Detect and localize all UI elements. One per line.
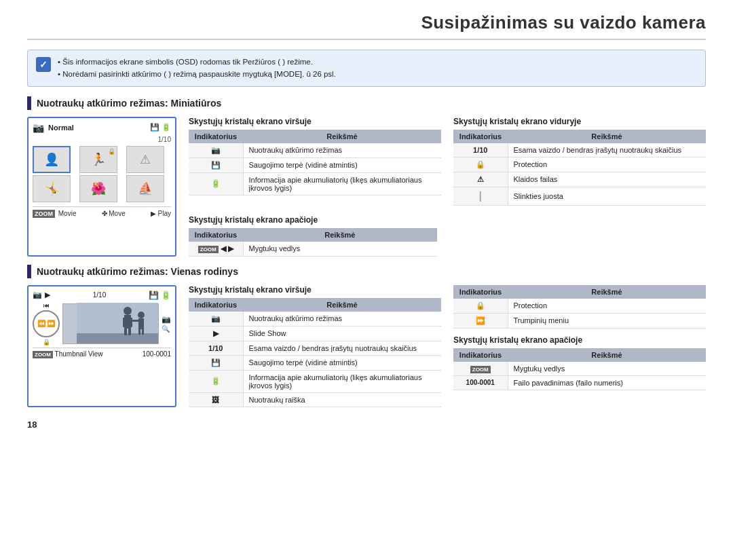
indicator-cell: | [453,187,508,205]
indicator-cell: 💾 [189,157,243,172]
meaning-cell: Protection [508,157,706,172]
table-row: 🔒 Protection [453,299,706,314]
table-row: 100-0001 Failo pavadinimas (failo numeri… [453,375,706,390]
indicator-cell: ▶ [189,326,243,341]
svg-rect-11 [138,329,140,335]
movie-label: Movie [58,210,77,217]
camera-preview-single: 📷 ▶ 1/10 💾 🔋 ⏮ ⏪ ⏩ 🔒 [27,285,176,407]
table-row: 📷 Nuotraukų atkūrimo režimas [189,143,441,158]
thumbnail-grid: 👤 🔒 🏃 ⚠ 🤸 🌺 ⛵ [33,146,171,202]
play-icon: ▶ [151,210,156,217]
section1-top-tables: Skystųjų kristalų ekrano viršuje Indikat… [189,117,706,206]
person-icon: 👤 [44,152,59,167]
table5: Indikatorius Reikšmė 🔒 Protection ⏩ [453,285,706,329]
meaning-cell: Nuotraukų raiška [243,392,441,407]
section2-title: Nuotraukų atkūrimo režimas: Vienas rodin… [27,265,706,278]
indicator-cell: 🖼 [189,392,243,407]
thumb-1: 👤 [33,146,71,173]
section1-bottom-table-wrap: Skystųjų kristalų ekrano apačioje Indika… [189,215,437,257]
shortcut-icon: ⏩ [476,316,485,324]
line-indicator-icon: | [479,190,482,202]
photo-mode-icon: 📷 [211,146,221,154]
play-ring: ⏪ ⏩ [33,310,60,337]
indicator-cell: 1/10 [453,143,508,157]
slideshow-icon: ▶ [213,329,219,337]
lock2-icon: 🔒 [476,301,485,310]
indicator-cell: 🔒 [453,157,508,172]
table3: Indikatorius Reikšmė ZOOM ◀ ▶ Mygtukų ve… [189,228,437,257]
thumb-view-label: Thumbnail View [55,350,103,358]
section1-table-top-right: Skystųjų kristalų ekrano viduryje Indika… [453,117,706,206]
meaning-cell: Mygtukų vedlys [243,242,437,257]
table6: Indikatorius Reikšmė ZOOM Mygtukų vedlys [453,348,706,390]
th-rei-3: Reikšmė [243,228,437,242]
table4: Indikatorius Reikšmė 📷 Nuotraukų atkūrim… [189,298,441,407]
single-image [62,303,159,344]
table-row: ⏩ Trumpinių meniu [453,313,706,328]
section2-top-tables: Skystųjų kristalų ekrano viršuje Indikat… [189,285,706,407]
table-row: ZOOM Mygtukų vedlys [453,362,706,376]
rewind-icon: ⏮ [43,302,50,309]
memory2-icon: 💾 [211,358,221,367]
meaning-cell: Klaidos failas [508,172,706,187]
section2-label: Nuotraukų atkūrimo režimas: Vienas rodin… [37,266,238,277]
meaning-cell: Mygtukų vedlys [508,362,706,376]
info-text: • Šis informacijos ekrane simbolis (OSD)… [58,56,336,81]
indicator-cell: ⏩ [453,313,508,328]
move-label-wrap: ✤ Move [102,210,126,217]
info-icon: ✓ [36,57,51,72]
normal-label: Normal [48,124,74,132]
info-line-2: • Norėdami pasirinkti atkūrimo ( ) režim… [58,68,336,80]
svg-point-2 [124,307,132,315]
preview-top: 📷 Normal 💾 🔋 [33,122,171,133]
section1-title: Nuotraukų atkūrimo režimas: Miniatiūros [27,96,706,110]
indicator-cell: ZOOM [453,362,508,376]
info-line-1: • Šis informacijos ekrane simbolis (OSD)… [58,56,336,68]
th-ind-4: Indikatorius [189,298,243,312]
file-number: 100-0001 [143,350,171,358]
person3-icon: 🤸 [44,181,59,196]
indicator-cell: ZOOM ◀ ▶ [189,242,243,257]
flower-icon: 🌺 [91,181,106,196]
section1-label: Nuotraukų atkūrimo režimas: Miniatiūros [37,98,221,109]
photo-mode2-icon: 📷 [211,314,221,322]
section1-tables: Skystųjų kristalų ekrano viršuje Indikat… [189,117,706,257]
section2-content: 📷 ▶ 1/10 💾 🔋 ⏮ ⏪ ⏩ 🔒 [27,285,706,407]
camera-icon: 📷 [33,122,44,133]
svg-point-8 [138,312,145,318]
photo-icon: 📷 [33,291,42,299]
svg-rect-7 [128,329,131,335]
meaning-cell: Saugojimo terpė (vidinė atmintis) [243,157,441,172]
single-bottom: ZOOM Thumbnail View 100-0001 [33,348,171,358]
zoom-badge: ZOOM [33,210,55,218]
th-rei-5: Reikšmė [508,285,706,299]
meaning-cell: Slide Show [243,326,441,341]
table1: Indikatorius Reikšmė 📷 Nuotraukų atkūrim… [189,130,441,195]
th-ind-1: Indikatorius [189,130,243,143]
meaning-cell: Failo pavadinimas (failo numeris) [508,375,706,390]
table2-subtitle: Skystųjų kristalų ekrano viduryje [453,117,706,126]
info-box: ✓ • Šis informacijos ekrane simbolis (OS… [27,50,706,87]
section2-tables-right: Indikatorius Reikšmė 🔒 Protection ⏩ [453,285,706,407]
resolution-ind-icon: 🖼 [212,396,219,404]
boat-icon: ⛵ [138,181,153,196]
table-row: 1/10 Esama vaizdo / bendras įrašytų nuot… [189,341,441,355]
preview-counter: 1/10 [33,136,171,143]
indicator-cell: ⚠ [453,172,508,187]
meaning-cell: Esama vaizdo / bendras įrašytų nuotraukų… [243,341,441,355]
section1-bar [27,96,31,110]
section2-bar [27,265,31,278]
meaning-cell: Nuotraukų atkūrimo režimas [243,143,441,158]
svg-rect-5 [128,318,132,327]
zoom-in-icon: 🔍 [162,325,171,333]
svg-rect-6 [124,329,127,335]
thumb-6: ⛵ [126,175,164,202]
indicator-cell: 🔒 [453,299,508,314]
table-row: 📷 Nuotraukų atkūrimo režimas [189,312,441,326]
thumb-5: 🌺 [79,175,117,202]
table-row: ▶ Slide Show [189,326,441,341]
preview-bottom: ZOOM Movie ✤ Move ▶ Play [33,206,171,217]
thumb-3: ⚠ [126,146,164,173]
thumb-2: 🔒 🏃 [79,146,117,173]
battery-indicator-icon: 🔋 [211,179,221,187]
